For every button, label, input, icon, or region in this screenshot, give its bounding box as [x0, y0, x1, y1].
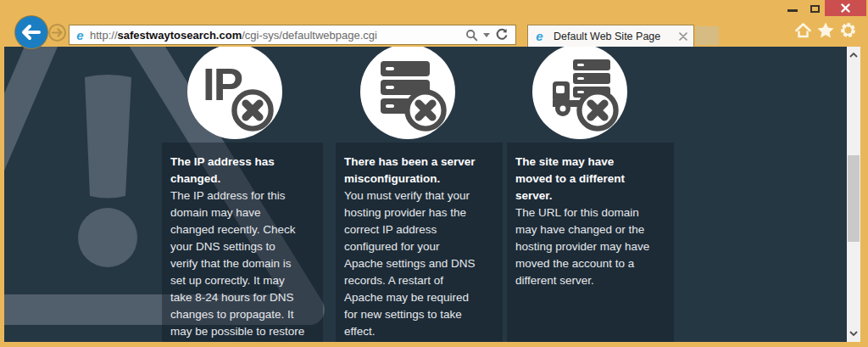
tab-title: Default Web Site Page — [554, 31, 675, 42]
forward-button[interactable] — [48, 24, 66, 42]
url-domain: safestwaytosearch.com — [118, 29, 242, 42]
column-heading: There has been a server misconfiguration… — [344, 154, 494, 187]
error-x-badge-icon — [575, 87, 620, 133]
site-moved-icon — [532, 47, 627, 139]
address-bar-tools — [465, 28, 515, 42]
browser-toolbar — [795, 22, 856, 38]
favorites-star-icon[interactable] — [817, 22, 834, 38]
navigation-bar: e http://safestwaytosearch.com/cgi-sys/d… — [0, 17, 868, 47]
close-window-button[interactable] — [825, 0, 866, 16]
address-bar[interactable]: e http://safestwaytosearch.com/cgi-sys/d… — [69, 25, 516, 45]
new-tab-button[interactable] — [696, 26, 719, 45]
column-heading: The site may have moved to a different s… — [515, 154, 665, 204]
url-scheme: http:// — [90, 29, 118, 42]
column-heading: The IP address has changed. — [170, 154, 314, 187]
title-bar — [0, 0, 868, 17]
settings-gear-icon[interactable] — [840, 22, 856, 38]
back-button[interactable] — [15, 16, 47, 48]
column-server-misconfiguration: There has been a server misconfiguration… — [336, 143, 503, 342]
ie-favicon: e — [74, 29, 86, 42]
back-arrow-icon — [21, 24, 42, 41]
close-x-icon — [841, 3, 850, 13]
column-body: You must verify that your hosting provid… — [344, 187, 494, 340]
maximize-square-icon — [810, 5, 820, 13]
chevron-up-icon — [849, 53, 858, 58]
forward-arrow-icon — [52, 28, 63, 37]
refresh-icon[interactable] — [495, 28, 509, 42]
search-options-caret-icon[interactable] — [483, 33, 490, 37]
column-ip-changed: The IP address has changed. The IP addre… — [162, 143, 323, 342]
scroll-up-button[interactable] — [847, 48, 860, 62]
close-x-icon — [679, 32, 687, 41]
minimize-dash-icon — [787, 9, 798, 12]
error-x-badge-icon — [403, 87, 448, 133]
minimize-button[interactable] — [781, 0, 804, 16]
page-content: IP — [4, 47, 847, 342]
error-x-badge-icon — [230, 87, 275, 133]
column-body: The IP address for this domain may have … — [170, 187, 314, 340]
chevron-down-icon — [849, 331, 858, 336]
ip-changed-icon: IP — [187, 47, 282, 139]
home-icon[interactable] — [795, 23, 811, 38]
tab-close-button[interactable] — [675, 28, 692, 45]
scrollbar-thumb[interactable] — [848, 155, 860, 242]
server-misconfiguration-icon — [360, 47, 455, 139]
browser-window: e http://safestwaytosearch.com/cgi-sys/d… — [0, 0, 868, 347]
maximize-button[interactable] — [804, 0, 825, 16]
vertical-scrollbar[interactable] — [847, 47, 860, 342]
url-path: /cgi-sys/defaultwebpage.cgi — [242, 29, 377, 42]
tab-favicon: e — [533, 30, 546, 42]
search-icon[interactable] — [465, 29, 478, 42]
column-body: The URL for this domain may have changed… — [515, 204, 665, 289]
url-text: http://safestwaytosearch.com/cgi-sys/def… — [90, 29, 465, 42]
scroll-down-button[interactable] — [847, 327, 860, 340]
tab-default-web-site-page[interactable]: e Default Web Site Page — [527, 25, 694, 47]
column-site-moved: The site may have moved to a different s… — [507, 143, 674, 342]
